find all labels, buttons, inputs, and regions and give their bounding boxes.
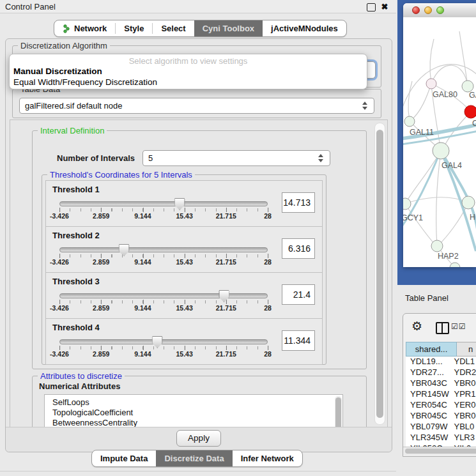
vertical-scrollbar[interactable] [374, 123, 385, 425]
tab-style-label: Style [124, 24, 144, 33]
slider-ticks [59, 208, 268, 211]
threshold-4-slider[interactable]: -3.4262.8599.14415.4321.71528 [59, 339, 268, 358]
network-canvas[interactable]: GAL80 GA C GAL11 GAL4 GCY1 H HAP2 [403, 17, 476, 267]
interval-definition-group: Interval Definition Number of Intervals … [32, 130, 367, 369]
panel-title: Control Panel [5, 2, 56, 12]
slider-track[interactable] [59, 339, 268, 344]
network-node-gal11[interactable] [404, 116, 415, 127]
table-row[interactable]: YPR145WYPR1 [406, 389, 476, 400]
tab-network[interactable]: Network [54, 20, 115, 36]
table-row[interactable]: YBR045CYBR0 [406, 411, 476, 422]
threshold-2-slider[interactable]: -3.4262.8599.14415.4321.71528 [59, 247, 268, 266]
number-of-intervals-label: Number of Intervals [57, 150, 135, 166]
algorithm-hint: Select algorithm to view settings [10, 56, 367, 66]
threshold-1-slider[interactable]: -3.4262.8599.14415.4321.71528 [59, 201, 268, 220]
table-row[interactable]: YDL19...YDL1 [406, 357, 476, 367]
numerical-attributes-label: Numerical Attributes [39, 381, 120, 391]
apply-button[interactable]: Apply [176, 430, 221, 447]
table-panel-titlebar: Table Panel [396, 285, 476, 311]
control-panel-titlebar: Control Panel ✖ [0, 0, 396, 13]
attributes-group: Attributes to discretize Numerical Attri… [32, 376, 367, 428]
table-panel-title: Table Panel [405, 293, 449, 303]
tab-impute-data[interactable]: Impute Data [92, 450, 156, 466]
network-node-gal4[interactable] [433, 142, 449, 159]
close-icon[interactable]: ✖ [381, 3, 388, 10]
tab-cyni-toolbox-label: Cyni Toolbox [203, 24, 254, 33]
table-data-selected: galFiltered.sif default node [25, 101, 122, 111]
tab-jactivemnodules[interactable]: jActiveMNodules [263, 20, 346, 36]
spinner-arrows-icon [362, 102, 369, 110]
tab-select[interactable]: Select [153, 20, 194, 36]
threshold-1-value-field[interactable]: 14.713 [282, 192, 315, 213]
thresholds-group: Threshold's Coordinates for 5 Intervals … [42, 174, 326, 365]
network-window[interactable]: GAL80 GA C GAL11 GAL4 GCY1 H HAP2 [403, 3, 476, 267]
threshold-4-value-field[interactable]: 11.344 [282, 330, 315, 351]
discretization-algorithm-group-title: Discretization Algorithm [18, 41, 110, 50]
slider-track[interactable] [59, 293, 268, 298]
algorithm-option-equal-width[interactable]: Equal Width/Frequency Discretization [13, 77, 157, 87]
network-nodes[interactable] [403, 79, 476, 267]
svg-text:H: H [470, 213, 475, 222]
list-item[interactable]: SelfLoops [45, 395, 342, 408]
list-scrollbar[interactable] [335, 396, 342, 428]
table-row[interactable]: YER054CYER0 [406, 400, 476, 411]
network-node[interactable] [462, 196, 475, 209]
close-traffic-light-icon[interactable] [412, 6, 420, 14]
table-data-combobox[interactable]: galFiltered.sif default node [19, 98, 374, 114]
threshold-3-value-field[interactable]: 21.4 [282, 284, 315, 305]
columns-icon[interactable] [436, 322, 449, 334]
network-node-gal80[interactable] [426, 79, 436, 89]
cyni-toolbox-panel: Discretization Algorithm Select algorith… [5, 38, 392, 452]
table-row[interactable]: YDR27...YDR2 [406, 367, 476, 378]
numerical-attributes-list[interactable]: SelfLoops TopologicalCoefficient Between… [44, 394, 343, 428]
list-item[interactable]: TopologicalCoefficient [45, 408, 342, 418]
slider-tick-labels: -3.4262.8599.14415.4321.71528 [59, 304, 268, 312]
control-panel: Control Panel ✖ Network [0, 0, 396, 476]
tab-infer-network[interactable]: Infer Network [233, 450, 302, 466]
svg-text:GAL4: GAL4 [441, 161, 462, 170]
column-header-shared-name[interactable]: shared... [406, 342, 457, 357]
tab-discretize-data[interactable]: Discretize Data [156, 450, 232, 466]
number-of-intervals-spinner[interactable]: 5 [142, 150, 330, 166]
slider-track[interactable] [59, 247, 268, 252]
right-panel: GAL80 GA C GAL11 GAL4 GCY1 H HAP2 Table … [396, 0, 476, 476]
gear-icon[interactable]: ⚙ [411, 319, 422, 334]
top-tabstrip: Network Style Select Cyni Toolbox jActiv… [54, 20, 347, 37]
select-columns-checkboxes-icon[interactable]: ☑☑ [451, 322, 466, 331]
threshold-3-label: Threshold 3 [52, 277, 100, 286]
threshold-1-row: Threshold 1 -3.4262.8599.14415.4321.7152… [45, 180, 323, 227]
slider-ticks [59, 300, 268, 303]
slider-ticks [59, 254, 268, 257]
table-row[interactable]: YLR345WYLR3 [406, 433, 476, 443]
svg-text:GCY1: GCY1 [403, 213, 423, 222]
network-node-hap2[interactable] [431, 240, 443, 252]
screen: Control Panel ✖ Network [0, 0, 476, 476]
svg-text:HAP2: HAP2 [438, 252, 459, 261]
table-panel: ⚙ ☑☑ shared... n YDL19...YDL1 YDR27...YD… [403, 313, 476, 457]
network-window-titlebar[interactable] [403, 3, 476, 18]
table-row[interactable]: YBR043CYBR0 [406, 378, 476, 389]
column-header-name[interactable]: n [457, 342, 476, 357]
threshold-3-slider[interactable]: -3.4262.8599.14415.4321.71528 [59, 293, 268, 312]
threshold-2-label: Threshold 2 [52, 231, 100, 240]
network-node-selected-red[interactable] [464, 105, 476, 118]
float-window-icon[interactable] [367, 3, 376, 12]
tab-cyni-toolbox[interactable]: Cyni Toolbox [194, 20, 263, 36]
network-node-gcy1[interactable] [403, 198, 411, 210]
zoom-traffic-light-icon[interactable] [436, 6, 444, 14]
tab-impute-data-label: Impute Data [100, 454, 148, 463]
minimize-traffic-light-icon[interactable] [424, 6, 432, 14]
horizontal-scrollbar[interactable] [403, 447, 476, 456]
threshold-4-label: Threshold 4 [52, 323, 100, 332]
slider-track[interactable] [59, 201, 268, 206]
network-icon [63, 24, 71, 33]
threshold-2-value-field[interactable]: 6.316 [282, 238, 315, 259]
tab-jactivemnodules-label: jActiveMNodules [271, 24, 338, 33]
attributes-group-title: Attributes to discretize [38, 371, 125, 381]
table-header-row: shared... n [403, 342, 476, 357]
network-node-labels: GAL80 GA C GAL11 GAL4 GCY1 H HAP2 [403, 90, 476, 261]
table-row[interactable]: YBL079WYBL0 [406, 422, 476, 433]
tab-style[interactable]: Style [116, 20, 152, 36]
algorithm-option-manual[interactable]: Manual Discretization [13, 66, 102, 76]
network-view-frame: GAL80 GA C GAL11 GAL4 GCY1 H HAP2 [397, 0, 476, 285]
